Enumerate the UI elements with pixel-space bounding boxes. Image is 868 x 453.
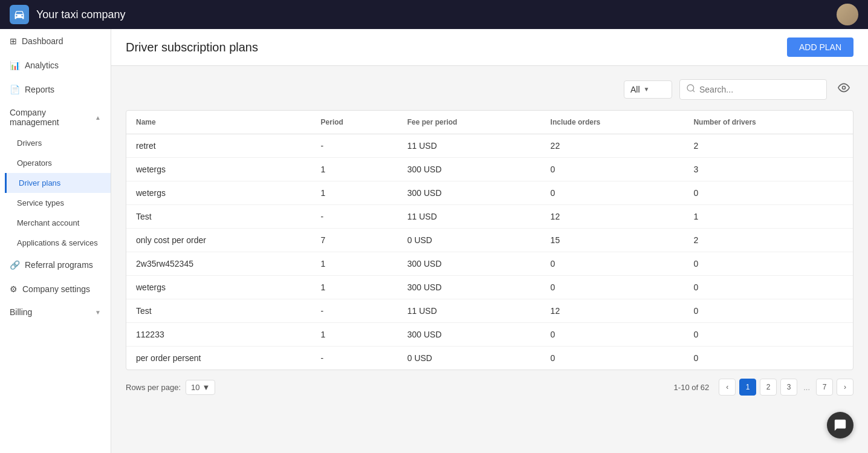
page-header: Driver subscription plans ADD PLAN	[111, 29, 868, 66]
table-row[interactable]: 1122331300 USD00	[126, 323, 853, 347]
cell-name: 112233	[126, 323, 311, 347]
pagination-range: 1-10 of 62	[674, 383, 710, 392]
table-row[interactable]: Test-11 USD121	[126, 205, 853, 229]
cell-fee_per_period: 11 USD	[398, 205, 541, 229]
cell-include_orders: 0	[541, 347, 684, 370]
cell-period: -	[311, 134, 398, 158]
cell-number_of_drivers: 0	[684, 299, 853, 323]
cell-fee_per_period: 11 USD	[398, 299, 541, 323]
data-table-container: Name Period Fee per period Include order…	[126, 110, 853, 370]
svg-line-1	[693, 90, 695, 92]
cell-include_orders: 12	[541, 205, 684, 229]
col-header-fee: Fee per period	[398, 111, 541, 134]
cell-number_of_drivers: 3	[684, 158, 853, 181]
filter-select[interactable]: All ▼	[624, 80, 672, 99]
pagination-right: 1-10 of 62 ‹ 1 2 3 ... 7 ›	[674, 379, 853, 396]
cell-number_of_drivers: 0	[684, 181, 853, 205]
table-row[interactable]: retret-11 USD222	[126, 134, 853, 158]
cell-name: only cost per order	[126, 229, 311, 252]
col-header-period: Period	[311, 111, 398, 134]
app-logo	[10, 5, 29, 24]
billing-group[interactable]: Billing ▼	[0, 301, 111, 323]
chat-button[interactable]	[827, 412, 853, 438]
col-header-include-orders: Include orders	[541, 111, 684, 134]
content-area: All ▼ Name	[111, 66, 868, 453]
app-title: Your taxi company	[36, 8, 829, 21]
company-management-group[interactable]: Company management ▲	[0, 102, 111, 133]
table-row[interactable]: only cost per order70 USD152	[126, 229, 853, 252]
cell-include_orders: 0	[541, 323, 684, 347]
cell-fee_per_period: 300 USD	[398, 252, 541, 276]
cell-period: -	[311, 347, 398, 370]
svg-point-0	[687, 85, 694, 91]
cell-name: wetergs	[126, 158, 311, 181]
cell-number_of_drivers: 0	[684, 252, 853, 276]
cell-fee_per_period: 300 USD	[398, 276, 541, 299]
sidebar-item-operators[interactable]: Operators	[5, 153, 111, 173]
cell-name: wetergs	[126, 276, 311, 299]
reports-icon: 📄	[10, 85, 20, 94]
prev-page-button[interactable]: ‹	[719, 379, 736, 396]
sidebar-item-merchant-account[interactable]: Merchant account	[5, 213, 111, 233]
table-row[interactable]: 2w35rw4523451300 USD00	[126, 252, 853, 276]
cell-number_of_drivers: 1	[684, 205, 853, 229]
cell-name: Test	[126, 299, 311, 323]
cell-include_orders: 0	[541, 181, 684, 205]
sidebar-item-driver-plans[interactable]: Driver plans	[5, 173, 111, 193]
main-content: Driver subscription plans ADD PLAN All ▼	[111, 29, 868, 453]
sidebar-item-company-settings[interactable]: ⚙ Company settings	[0, 277, 111, 301]
table-row[interactable]: Test-11 USD120	[126, 299, 853, 323]
sidebar-item-service-types[interactable]: Service types	[5, 193, 111, 213]
search-icon	[686, 83, 696, 96]
cell-include_orders: 0	[541, 158, 684, 181]
cell-period: 1	[311, 158, 398, 181]
table-header: Name Period Fee per period Include order…	[126, 111, 853, 134]
sidebar-item-applications-services[interactable]: Applications & services	[5, 233, 111, 253]
cell-name: 2w35rw452345	[126, 252, 311, 276]
page-nav: ‹ 1 2 3 ... 7 ›	[719, 379, 853, 396]
cell-name: retret	[126, 134, 311, 158]
table-row[interactable]: wetergs1300 USD03	[126, 158, 853, 181]
cell-number_of_drivers: 0	[684, 347, 853, 370]
table-row[interactable]: wetergs1300 USD00	[126, 181, 853, 205]
sidebar-item-analytics[interactable]: 📊 Analytics	[0, 53, 111, 77]
col-header-name: Name	[126, 111, 311, 134]
cell-fee_per_period: 300 USD	[398, 158, 541, 181]
cell-fee_per_period: 300 USD	[398, 323, 541, 347]
column-visibility-button[interactable]	[834, 78, 853, 100]
page-button-3[interactable]: 3	[780, 379, 797, 396]
toolbar: All ▼	[126, 78, 853, 100]
rows-per-page-select[interactable]: 10 ▼	[186, 380, 215, 395]
sidebar-item-referral-programs[interactable]: 🔗 Referral programs	[0, 253, 111, 277]
table-header-row: Name Period Fee per period Include order…	[126, 111, 853, 134]
sidebar-item-drivers[interactable]: Drivers	[5, 133, 111, 153]
sidebar-item-reports[interactable]: 📄 Reports	[0, 77, 111, 102]
page-button-1[interactable]: 1	[739, 379, 756, 396]
search-input[interactable]	[699, 85, 820, 94]
next-page-button[interactable]: ›	[837, 379, 853, 396]
page-button-2[interactable]: 2	[760, 379, 777, 396]
cell-period: 1	[311, 181, 398, 205]
sidebar-item-dashboard[interactable]: ⊞ Dashboard	[0, 29, 111, 53]
cell-number_of_drivers: 0	[684, 323, 853, 347]
cell-number_of_drivers: 2	[684, 229, 853, 252]
svg-point-2	[843, 86, 846, 90]
user-avatar[interactable]	[837, 4, 858, 25]
data-table: Name Period Fee per period Include order…	[126, 111, 853, 370]
cell-period: 7	[311, 229, 398, 252]
cell-period: 1	[311, 252, 398, 276]
sidebar: ⊞ Dashboard 📊 Analytics 📄 Reports Compan…	[0, 29, 111, 453]
table-row[interactable]: per order persent-0 USD00	[126, 347, 853, 370]
table-row[interactable]: wetergs1300 USD00	[126, 276, 853, 299]
settings-icon: ⚙	[10, 284, 18, 294]
add-plan-button[interactable]: ADD PLAN	[787, 37, 853, 57]
page-button-7[interactable]: 7	[816, 379, 833, 396]
cell-period: -	[311, 299, 398, 323]
pagination: Rows per page: 10 ▼ 1-10 of 62 ‹ 1 2 3 .…	[126, 370, 853, 398]
cell-fee_per_period: 11 USD	[398, 134, 541, 158]
dashboard-icon: ⊞	[10, 36, 17, 46]
cell-include_orders: 0	[541, 252, 684, 276]
cell-period: -	[311, 205, 398, 229]
cell-name: wetergs	[126, 181, 311, 205]
referral-icon: 🔗	[10, 260, 20, 270]
